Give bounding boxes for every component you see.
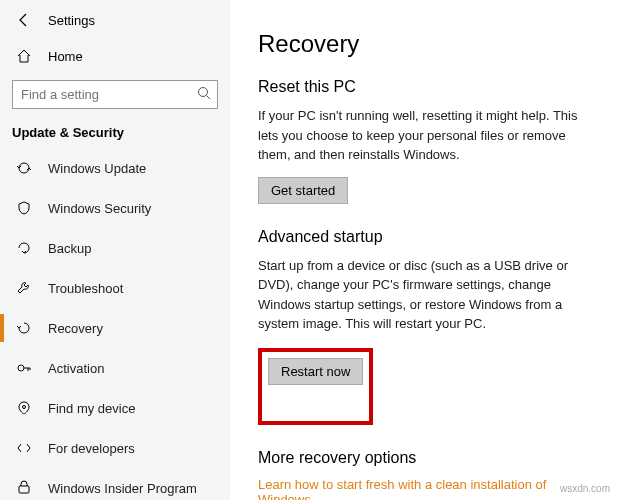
- section-title: Reset this PC: [258, 78, 590, 96]
- sidebar-item-home[interactable]: Home: [0, 38, 230, 74]
- search-input[interactable]: [12, 80, 218, 109]
- sidebar-item-label: Recovery: [48, 321, 103, 336]
- wrench-icon: [16, 280, 32, 296]
- backup-icon: [16, 240, 32, 256]
- sidebar-item-label: Windows Insider Program: [48, 481, 197, 496]
- sidebar-item-recovery[interactable]: Recovery: [0, 308, 230, 348]
- sidebar-item-label: Activation: [48, 361, 104, 376]
- section-description: Start up from a device or disc (such as …: [258, 256, 590, 334]
- sidebar-item-label: Windows Update: [48, 161, 146, 176]
- sidebar-item-for-developers[interactable]: For developers: [0, 428, 230, 468]
- main-content: Recovery Reset this PC If your PC isn't …: [230, 0, 618, 500]
- sidebar-item-windows-update[interactable]: Windows Update: [0, 148, 230, 188]
- window-title: Settings: [48, 13, 95, 28]
- sidebar-item-troubleshoot[interactable]: Troubleshoot: [0, 268, 230, 308]
- svg-rect-7: [19, 486, 29, 493]
- key-icon: [16, 360, 32, 376]
- get-started-button[interactable]: Get started: [258, 177, 348, 204]
- sidebar-item-activation[interactable]: Activation: [0, 348, 230, 388]
- svg-point-0: [199, 88, 208, 97]
- section-more-recovery: More recovery options Learn how to start…: [258, 449, 590, 501]
- sidebar-item-label: Windows Security: [48, 201, 151, 216]
- sidebar-item-find-my-device[interactable]: Find my device: [0, 388, 230, 428]
- search-container: [12, 80, 218, 109]
- section-description: If your PC isn't running well, resetting…: [258, 106, 590, 165]
- sidebar-item-label: Find my device: [48, 401, 135, 416]
- section-title: Advanced startup: [258, 228, 590, 246]
- sidebar-item-windows-insider[interactable]: Windows Insider Program: [0, 468, 230, 500]
- watermark: wsxdn.com: [560, 483, 610, 494]
- sidebar: Settings Home Update & Security Windows …: [0, 0, 230, 500]
- restart-now-button[interactable]: Restart now: [268, 358, 363, 385]
- svg-line-1: [207, 96, 211, 100]
- sync-icon: [16, 160, 32, 176]
- sidebar-item-label: Troubleshoot: [48, 281, 123, 296]
- svg-point-2: [18, 365, 24, 371]
- sidebar-item-label: Home: [48, 49, 83, 64]
- highlight-box: Restart now: [258, 348, 373, 425]
- section-title: More recovery options: [258, 449, 590, 467]
- recovery-icon: [16, 320, 32, 336]
- sidebar-item-label: Backup: [48, 241, 91, 256]
- svg-point-6: [23, 406, 26, 409]
- sidebar-section-header: Update & Security: [0, 119, 230, 148]
- section-reset-pc: Reset this PC If your PC isn't running w…: [258, 78, 590, 204]
- sidebar-item-label: For developers: [48, 441, 135, 456]
- section-advanced-startup: Advanced startup Start up from a device …: [258, 228, 590, 425]
- insider-icon: [16, 480, 32, 496]
- fresh-install-link[interactable]: Learn how to start fresh with a clean in…: [258, 477, 546, 501]
- location-icon: [16, 400, 32, 416]
- sidebar-item-backup[interactable]: Backup: [0, 228, 230, 268]
- page-title: Recovery: [258, 30, 590, 58]
- home-icon: [16, 48, 32, 64]
- titlebar: Settings: [0, 8, 230, 38]
- search-icon: [196, 85, 212, 101]
- back-icon[interactable]: [16, 12, 32, 28]
- shield-icon: [16, 200, 32, 216]
- code-icon: [16, 440, 32, 456]
- sidebar-item-windows-security[interactable]: Windows Security: [0, 188, 230, 228]
